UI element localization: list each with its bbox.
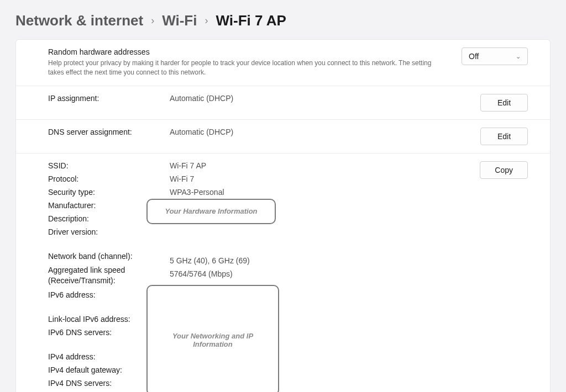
chevron-right-icon: › [205,15,208,27]
random-hw-desc: Help protect your privacy by making it h… [48,59,446,78]
random-hw-dropdown[interactable]: Off ⌄ [462,47,528,65]
protocol-value: Wi-Fi 7 [170,174,480,183]
detail-actions: Copy [480,161,528,392]
copy-button[interactable]: Copy [480,161,528,179]
settings-panel: Random hardware addresses Help protect y… [15,39,551,392]
ip-info-placeholder: Your Networking and IP Information [146,285,279,392]
random-hw-section: Random hardware addresses Help protect y… [16,40,550,86]
dns-assignment-section: DNS server assignment: Automatic (DHCP) … [16,120,550,153]
breadcrumb-current: Wi-Fi 7 AP [216,12,286,29]
dns-assignment-edit-button[interactable]: Edit [480,128,528,145]
protocol-label: Protocol: [48,174,170,183]
security-value: WPA3-Personal [170,188,480,197]
ip-assignment-edit-button[interactable]: Edit [480,94,528,112]
detail-values-col: Wi-Fi 7 AP Wi-Fi 7 WPA3-Personal Your Ha… [170,161,480,392]
driver-label: Driver version: [48,227,170,236]
chevron-right-icon: › [151,15,154,27]
chevron-down-icon: ⌄ [516,53,521,60]
band-label: Network band (channel): [48,252,170,261]
hw-info-placeholder: Your Hardware Information [146,199,276,224]
ssid-label: SSID: [48,161,170,170]
ip-assignment-label: IP assignment: [48,94,170,103]
link-label: Aggregated link speed (Receive/Transmit)… [48,265,170,286]
random-hw-title: Random hardware addresses [48,47,450,56]
wifi-details-section: SSID: Protocol: Security type: Manufactu… [16,153,550,392]
breadcrumb-wifi[interactable]: Wi-Fi [162,12,197,29]
ip-assignment-value: Automatic (DHCP) [170,94,469,103]
dns-assignment-label: DNS server assignment: [48,128,170,136]
random-hw-value: Off [469,52,479,61]
breadcrumb: Network & internet › Wi-Fi › Wi-Fi 7 AP [0,0,566,39]
ip-assignment-section: IP assignment: Automatic (DHCP) Edit [16,86,550,120]
security-label: Security type: [48,188,170,197]
dns-assignment-value: Automatic (DHCP) [170,128,469,136]
ssid-value: Wi-Fi 7 AP [170,161,480,170]
breadcrumb-network[interactable]: Network & internet [15,12,143,29]
band-value: 5 GHz (40), 6 GHz (69) [170,256,480,265]
link-value: 5764/5764 (Mbps) [170,269,480,278]
